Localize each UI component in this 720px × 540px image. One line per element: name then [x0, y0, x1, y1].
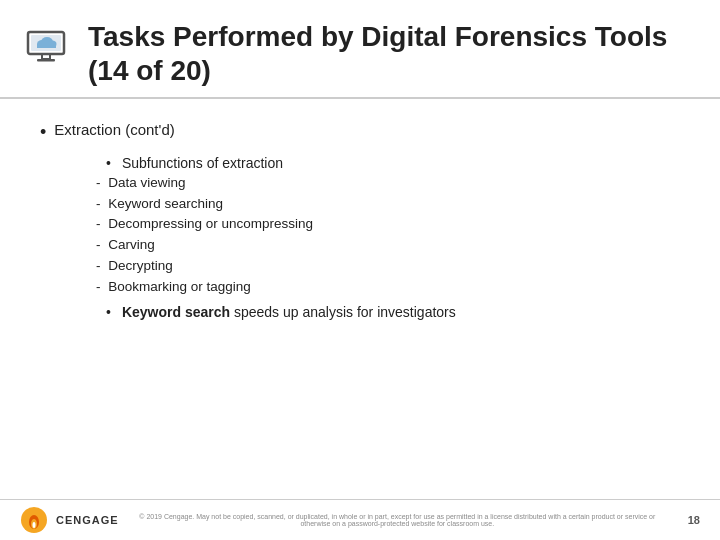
keyword-search-label: • Keyword search speeds up analysis for …: [106, 304, 680, 320]
header-icon: [20, 18, 72, 70]
item-label-data-viewing: Data viewing: [108, 175, 185, 190]
svg-rect-7: [37, 44, 56, 48]
keyword-search-text: Keyword search speeds up analysis for in…: [122, 304, 456, 320]
svg-point-11: [33, 522, 36, 528]
bullet-dot-sub2: •: [106, 304, 111, 320]
item-data-viewing: - Data viewing: [96, 173, 680, 194]
title-line1: Tasks Performed by Digital Forensics Too…: [88, 21, 667, 52]
subfunctions-text: Subfunctions of extraction: [122, 155, 283, 171]
footer-copyright: © 2019 Cengage. May not be copied, scann…: [137, 513, 657, 527]
title-line2: (14 of 20): [88, 55, 211, 86]
item-label-keyword-searching: Keyword searching: [108, 196, 223, 211]
item-bookmarking: - Bookmarking or tagging: [96, 277, 680, 298]
keyword-bold: Keyword search: [122, 304, 230, 320]
item-decrypting: - Decrypting: [96, 256, 680, 277]
dash-icon-3: -: [96, 216, 101, 231]
bullet-dot-1: •: [40, 121, 46, 144]
item-label-decrypting: Decrypting: [108, 258, 173, 273]
bullet-extraction: • Extraction (cont'd): [40, 121, 680, 144]
slide-footer: CENGAGE © 2019 Cengage. May not be copie…: [0, 499, 720, 540]
footer-page-number: 18: [676, 514, 700, 526]
cengage-logo-icon: [20, 506, 48, 534]
bullet-dot-sub1: •: [106, 155, 111, 171]
subfunctions-items: - Data viewing - Keyword searching - Dec…: [96, 173, 680, 299]
item-keyword-searching: - Keyword searching: [96, 194, 680, 215]
item-label-bookmarking: Bookmarking or tagging: [108, 279, 251, 294]
item-label-carving: Carving: [108, 237, 155, 252]
dash-icon-5: -: [96, 258, 101, 273]
header-title: Tasks Performed by Digital Forensics Too…: [88, 18, 667, 87]
subfunctions-label: • Subfunctions of extraction: [106, 155, 680, 171]
keyword-search-bullet: • Keyword search speeds up analysis for …: [76, 304, 680, 320]
slide-header: Tasks Performed by Digital Forensics Too…: [0, 0, 720, 99]
item-carving: - Carving: [96, 235, 680, 256]
footer-logo-text: CENGAGE: [56, 514, 119, 526]
extraction-label: Extraction (cont'd): [54, 121, 174, 138]
dash-icon-2: -: [96, 196, 101, 211]
dash-icon-4: -: [96, 237, 101, 252]
svg-rect-2: [42, 54, 50, 59]
dash-icon-1: -: [96, 175, 101, 190]
svg-rect-3: [37, 59, 55, 62]
item-label-decompressing: Decompressing or uncompressing: [108, 216, 313, 231]
keyword-suffix: speeds up analysis for investigators: [230, 304, 456, 320]
slide-content: • Extraction (cont'd) • Subfunctions of …: [0, 99, 720, 499]
item-decompressing: - Decompressing or uncompressing: [96, 214, 680, 235]
dash-icon-6: -: [96, 279, 101, 294]
subfunctions-bullet: • Subfunctions of extraction: [76, 155, 680, 171]
footer-logo: CENGAGE: [20, 506, 119, 534]
